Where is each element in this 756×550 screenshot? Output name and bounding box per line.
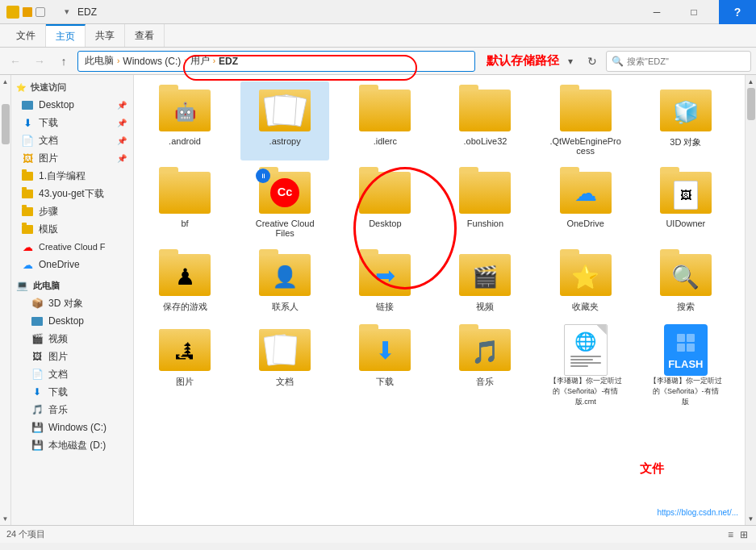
sidebar-item-docs2[interactable]: 📄 文档 bbox=[11, 365, 133, 383]
sidebar-images2-label: 图片 bbox=[48, 350, 68, 364]
folder-pictures-label: 图片 bbox=[176, 376, 194, 388]
back-button[interactable]: ← bbox=[5, 51, 26, 72]
folder-onedrive-icon: ☁ bbox=[557, 169, 615, 217]
folder-android-icon: 🤖 bbox=[156, 86, 214, 135]
sidebar-steps-label: 步骤 bbox=[39, 205, 58, 219]
sidebar-item-coding[interactable]: 1.自学编程 bbox=[11, 167, 133, 185]
folder-videos[interactable]: 🎬 视频 bbox=[441, 246, 529, 318]
sidebar-images-label: 图片 bbox=[39, 152, 58, 165]
address-dropdown[interactable]: ▾ bbox=[562, 51, 578, 72]
search-input[interactable] bbox=[627, 56, 746, 66]
download-small-icon: ⬇ bbox=[21, 116, 34, 129]
video-small-icon: 🎬 bbox=[31, 332, 44, 345]
sidebar-item-onedrive[interactable]: ☁ OneDrive bbox=[11, 256, 133, 273]
downloads2-small-icon: ⬇ bbox=[31, 385, 44, 398]
sidebar-item-images[interactable]: 🖼 图片 📌 bbox=[11, 149, 133, 167]
sidebar-desktop-label: Desktop bbox=[39, 99, 74, 110]
breadcrumb-users[interactable]: 用户 bbox=[190, 54, 210, 68]
folder-desktop[interactable]: Desktop bbox=[340, 164, 429, 243]
music-small-icon: 🎵 bbox=[31, 403, 44, 416]
sidebar-item-local-d[interactable]: 💾 本地磁盘 (D:) bbox=[11, 436, 133, 454]
tab-view[interactable]: 查看 bbox=[125, 24, 165, 47]
arrow-down-icon: ⬇ bbox=[375, 336, 395, 365]
folder-3d[interactable]: 🧊 3D 对象 bbox=[641, 81, 730, 160]
tab-home[interactable]: 主页 bbox=[46, 24, 86, 47]
folder-astropy-icon bbox=[256, 86, 314, 135]
sidebar-item-desktop[interactable]: Desktop 📌 bbox=[11, 96, 133, 114]
sidebar-item-downloads2[interactable]: ⬇ 下载 bbox=[11, 383, 133, 401]
refresh-button[interactable]: ↻ bbox=[582, 51, 603, 72]
file-flash-label: 【李璠璐】你一定听过的《Señorita》-有情版 bbox=[649, 376, 722, 407]
cmt-lines bbox=[570, 354, 601, 369]
address-box[interactable]: 此电脑 › Windows (C:) › 用户 › EDZ bbox=[77, 51, 475, 72]
sidebar-item-images2[interactable]: 🖼 图片 bbox=[11, 348, 133, 365]
folder-documents-label: 文档 bbox=[276, 376, 294, 388]
folder-obolive[interactable]: .oboLive32 bbox=[441, 81, 529, 160]
folder-idlerc[interactable]: .idlerc bbox=[340, 81, 429, 160]
breadcrumb-edz[interactable]: EDZ bbox=[219, 56, 238, 67]
folder-obolive-label: .oboLive32 bbox=[464, 136, 507, 146]
sidebar-item-steps[interactable]: 步骤 bbox=[11, 202, 133, 220]
folder-cc-label: Creative Cloud Files bbox=[249, 219, 321, 238]
folder-coding-icon bbox=[21, 169, 34, 182]
folder-onedrive[interactable]: ☁ OneDrive bbox=[541, 164, 630, 243]
folder-favorites[interactable]: ⭐ 收藏夹 bbox=[541, 246, 630, 318]
sidebar-locald-label: 本地磁盘 (D:) bbox=[48, 439, 106, 452]
wenj-annotation: 文件 bbox=[640, 461, 664, 477]
search-box[interactable]: 🔍 bbox=[606, 51, 751, 72]
3d-small-icon: 📦 bbox=[31, 297, 44, 310]
sidebar-item-windows-c[interactable]: 💾 Windows (C:) bbox=[11, 419, 133, 436]
flash-grid bbox=[674, 331, 698, 355]
folder-bf[interactable]: bf bbox=[140, 164, 229, 243]
tab-file[interactable]: 文件 bbox=[6, 24, 46, 47]
maximize-button[interactable]: □ bbox=[675, 0, 712, 24]
sidebar-item-youget[interactable]: 43.you-get下载 bbox=[11, 185, 133, 202]
folder-contacts[interactable]: 👤 联系人 bbox=[240, 246, 329, 318]
sidebar-scroll-up[interactable]: ▲ bbox=[0, 75, 11, 88]
breadcrumb-windows-c[interactable]: Windows (C:) bbox=[123, 56, 181, 67]
arrow-right-icon: ➡ bbox=[375, 261, 395, 290]
scroll-up-button[interactable]: ▲ bbox=[746, 75, 757, 88]
folder-documents[interactable]: 文档 bbox=[240, 321, 329, 412]
sidebar-item-docs[interactable]: 📄 文档 📌 bbox=[11, 131, 133, 149]
sidebar-item-desktop2[interactable]: Desktop bbox=[11, 312, 133, 330]
tab-share[interactable]: 共享 bbox=[86, 24, 125, 47]
sidebar-item-cc[interactable]: ☁ Creative Cloud F bbox=[11, 238, 133, 256]
file-cmt[interactable]: 🌐 【李璠璐】你一定听过的《Señorita》-有情版.cmt bbox=[541, 321, 630, 412]
up-button[interactable]: ↑ bbox=[53, 51, 74, 72]
forward-button[interactable]: → bbox=[29, 51, 50, 72]
sidebar-template-label: 模版 bbox=[39, 223, 58, 236]
help-button[interactable]: ? bbox=[719, 0, 756, 24]
folder-astropy[interactable]: .astropy bbox=[240, 81, 329, 160]
view-list-button[interactable]: ≡ bbox=[726, 527, 735, 542]
sidebar-scroll-down[interactable]: ▼ bbox=[0, 512, 11, 525]
folder-qtwebengine[interactable]: .QtWebEngineProcess bbox=[541, 81, 630, 160]
folder-links[interactable]: ➡ 链接 bbox=[340, 246, 429, 318]
folder-grid: 🤖 .android .astropy bbox=[140, 81, 738, 412]
folder-downloads[interactable]: ⬇ 下载 bbox=[340, 321, 429, 412]
sidebar-item-video[interactable]: 🎬 视频 bbox=[11, 330, 133, 348]
folder-links-label: 链接 bbox=[376, 301, 394, 313]
sidebar-cc-label: Creative Cloud F bbox=[39, 242, 106, 252]
sidebar-item-3d[interactable]: 📦 3D 对象 bbox=[11, 294, 133, 312]
title-bar: ▾ EDZ ─ □ ✕ ? bbox=[0, 0, 756, 24]
folder-saved-games[interactable]: ♟ 保存的游戏 bbox=[140, 246, 229, 318]
folder-music[interactable]: 🎵 音乐 bbox=[441, 321, 529, 412]
scroll-down-button[interactable]: ▼ bbox=[746, 512, 757, 525]
breadcrumb-this-pc[interactable]: 此电脑 bbox=[85, 54, 114, 68]
folder-android[interactable]: 🤖 .android bbox=[140, 81, 229, 160]
scroll-track bbox=[746, 88, 757, 512]
cc-logo: Cc bbox=[270, 178, 299, 207]
folder-documents-icon bbox=[256, 326, 314, 374]
folder-creative-cloud[interactable]: ⏸ Cc Creative Cloud Files bbox=[240, 164, 329, 243]
minimize-button[interactable]: ─ bbox=[638, 0, 675, 24]
folder-uidowner[interactable]: 🖼 UIDowner bbox=[641, 164, 730, 243]
sidebar-item-download[interactable]: ⬇ 下载 📌 bbox=[11, 114, 133, 131]
folder-funshion[interactable]: Funshion bbox=[441, 164, 529, 243]
sidebar-item-template[interactable]: 模版 bbox=[11, 220, 133, 238]
folder-search[interactable]: 🔍 搜索 bbox=[641, 246, 730, 318]
view-grid-button[interactable]: ⊞ bbox=[738, 527, 750, 542]
folder-pictures[interactable]: 🏞 图片 bbox=[140, 321, 229, 412]
sidebar-item-music[interactable]: 🎵 音乐 bbox=[11, 401, 133, 419]
file-flash[interactable]: FLASH 【李璠璐】你一定听过的《Señorita》-有情版 bbox=[641, 321, 730, 412]
